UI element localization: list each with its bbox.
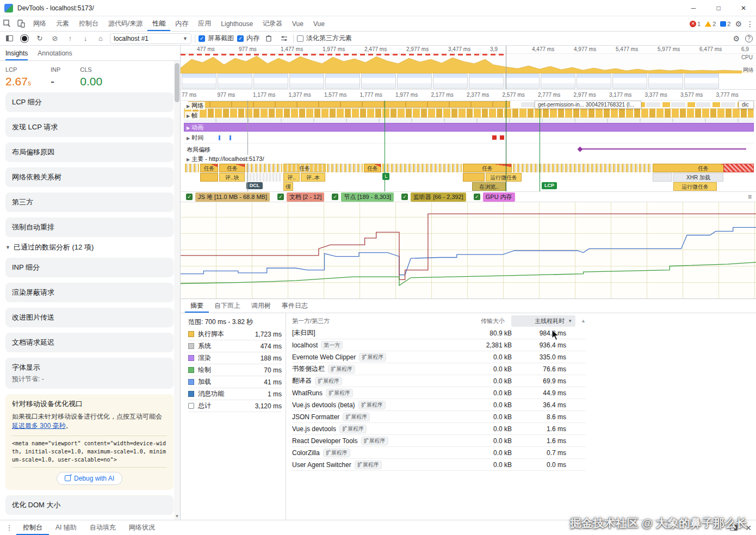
debug-with-ai-button[interactable]: Debug with AI — [57, 472, 122, 485]
flame-block[interactable]: DCL — [246, 182, 263, 189]
maximize-button[interactable]: □ — [706, 0, 731, 16]
screenshot-thumbnail[interactable] — [253, 73, 288, 89]
flame-block[interactable]: 任务 — [200, 164, 218, 172]
tab-应用[interactable]: 应用 — [193, 16, 216, 31]
counter-toggle[interactable]: ✓GPU 内存 — [474, 192, 515, 202]
settings-gear-icon[interactable]: ⚙ — [735, 20, 742, 28]
expander-icon[interactable]: ▶ — [187, 157, 190, 162]
tab-控制台[interactable]: 控制台 — [74, 16, 103, 31]
drawer-tab-AI 辅助[interactable]: AI 辅助 — [49, 520, 83, 535]
sidebar-scrollbar[interactable]: ▼ — [174, 61, 180, 520]
expander-icon[interactable]: ▶ — [187, 104, 190, 109]
timing-marker[interactable] — [230, 135, 231, 140]
screenshots-checkbox[interactable]: 屏幕截图 — [199, 34, 234, 43]
clear-recording-icon[interactable]: ⊘ — [49, 33, 61, 45]
insight-card-viewport[interactable]: 针对移动设备优化视口 如果视口未针对移动设备进行优化，点按互动可能会延迟最多 3… — [5, 394, 173, 490]
drawer-more-icon[interactable]: ⋮ — [4, 524, 14, 532]
screenshot-thumbnail[interactable] — [218, 73, 252, 89]
insight-card[interactable]: 文档请求延迟 — [5, 333, 173, 352]
timing-marker[interactable] — [219, 135, 220, 140]
counter-toggle[interactable]: ✓监听器 [66 - 2,392] — [401, 192, 466, 202]
insight-card-dom-size[interactable]: 优化 DOM 大小 — [5, 495, 173, 515]
flame-block[interactable] — [185, 164, 199, 172]
capture-settings-gear-icon[interactable]: ⚙ — [733, 34, 740, 43]
flame-block[interactable]: XHR 加载 — [673, 173, 723, 182]
screenshot-thumbnail[interactable] — [469, 73, 504, 89]
table-row[interactable]: ColorZilla扩展程序0.0 kB0.7 ms — [292, 447, 586, 459]
close-button[interactable]: ✕ — [731, 0, 756, 16]
screenshot-thumbnail[interactable] — [505, 73, 540, 89]
tab-性能[interactable]: 性能 — [147, 16, 170, 31]
counter-toggle[interactable]: ✓JS 堆 [11.0 MB - 68.8 MB] — [186, 192, 270, 202]
flame-block[interactable]: 评.. — [283, 173, 300, 182]
tab-内存[interactable]: 内存 — [170, 16, 193, 31]
screenshot-thumbnail[interactable] — [433, 73, 468, 89]
screenshot-thumbnail[interactable] — [648, 73, 683, 89]
tab-网络[interactable]: 网络 — [28, 16, 51, 31]
more-options-icon[interactable]: ⋮ — [746, 20, 754, 28]
flame-block[interactable]: 缓 — [283, 182, 293, 191]
insight-card[interactable]: INP 细分 — [5, 258, 173, 277]
frames-track[interactable] — [184, 119, 754, 122]
drawer-tab-自动填充[interactable]: 自动填充 — [83, 520, 122, 535]
tab-Lighthouse[interactable]: Lighthouse — [216, 16, 258, 31]
checkbox-icon[interactable] — [188, 403, 194, 409]
expander-icon[interactable]: ▶ — [187, 136, 190, 141]
flame-block[interactable]: 任务 — [283, 164, 326, 172]
table-row[interactable]: Vue.js devtools (beta)扩展程序0.0 kB36.4 ms — [292, 399, 586, 411]
tab-Vue[interactable]: Vue — [287, 16, 308, 31]
timings-track[interactable] — [184, 132, 754, 144]
layout-shifts-track[interactable] — [184, 144, 754, 154]
sort-asc-icon[interactable]: ▲ — [581, 318, 586, 324]
panel-tab-自下而上[interactable]: 自下而上 — [209, 299, 246, 313]
flame-block[interactable] — [327, 164, 363, 172]
table-row[interactable]: Vue.js devtools扩展程序0.0 kB1.6 ms — [292, 423, 586, 435]
screenshot-thumbnail[interactable] — [612, 73, 647, 89]
column-header-main-thread-time[interactable]: 主线程耗时▼ — [511, 315, 575, 327]
screenshot-thumbnail[interactable] — [361, 73, 396, 89]
timeline-overview[interactable]: 477 ms977 ms1,477 ms1,977 ms2,477 ms2,97… — [181, 46, 756, 90]
track-label-动画[interactable]: ▶动画 — [185, 123, 205, 132]
expander-icon[interactable]: ▶ — [187, 114, 190, 119]
flame-block[interactable]: 运行微任务 — [486, 173, 522, 182]
screenshot-thumbnail[interactable] — [289, 73, 324, 89]
tab-元素[interactable]: 元素 — [51, 16, 74, 31]
flame-block[interactable]: 任务 — [364, 164, 381, 172]
flame-block[interactable] — [382, 164, 462, 172]
column-header-origin[interactable]: 第一方/第三方 — [292, 317, 453, 325]
save-profile-icon[interactable]: ↓ — [79, 33, 91, 45]
insight-card[interactable]: LCP 细分 — [5, 92, 173, 112]
flame-block[interactable]: L — [382, 173, 389, 180]
column-header-transfer-size[interactable]: 传输大小 — [453, 317, 505, 325]
flame-block[interactable]: 在浏览.. — [472, 182, 506, 191]
table-row[interactable]: Evernote Web Clipper扩展程序0.0 kB335.0 ms — [292, 351, 586, 363]
tab-insights[interactable]: Insights — [5, 46, 28, 60]
table-row[interactable]: JSON Formatter扩展程序0.0 kB8.6 ms — [292, 411, 586, 423]
table-header[interactable]: 第一方/第三方 传输大小 主线程耗时▼ ▲ — [292, 314, 586, 327]
help-icon[interactable]: ? — [745, 35, 753, 42]
record-button[interactable] — [18, 33, 30, 45]
flame-block[interactable]: 任务 — [463, 164, 512, 172]
drawer-tab-网络状况[interactable]: 网络状况 — [122, 520, 162, 535]
screenshot-thumbnail[interactable] — [541, 73, 575, 89]
table-row[interactable]: 书签侧边栏扩展程序0.0 kB76.6 ms — [292, 363, 586, 375]
device-toolbar-icon[interactable] — [14, 17, 28, 31]
load-profile-icon[interactable]: ↑ — [64, 33, 76, 45]
flame-block[interactable] — [246, 164, 282, 172]
track-label-布局偏移[interactable]: 布局偏移 — [185, 146, 212, 154]
timeline-tracks[interactable]: get-permission-in... 3004291768321 (l...… — [181, 101, 756, 191]
lcp-candidate-marker[interactable] — [492, 135, 497, 140]
flame-block[interactable] — [653, 173, 672, 182]
table-row[interactable]: React Developer Tools扩展程序0.0 kB1.6 ms — [292, 435, 586, 447]
insight-card[interactable]: 发现 LCP 请求 — [5, 117, 173, 137]
screenshot-thumbnail[interactable] — [182, 73, 216, 89]
insight-card[interactable]: 布局偏移原因 — [5, 142, 173, 162]
throttling-icon[interactable] — [278, 33, 290, 45]
flame-block[interactable]: 评..本 — [301, 173, 325, 182]
animations-track[interactable] — [184, 123, 754, 132]
table-row[interactable]: [未归因]80.9 kB984.8 ms — [292, 327, 586, 339]
screenshot-thumbnail[interactable] — [325, 73, 360, 89]
table-row[interactable]: localhost第一方2,381 kB936.4 ms — [292, 339, 586, 351]
passed-insights-header[interactable]: ▼ 已通过的数据分析 (12 项) — [5, 242, 175, 252]
table-row[interactable]: WhatRuns扩展程序0.0 kB44.9 ms — [292, 387, 586, 399]
